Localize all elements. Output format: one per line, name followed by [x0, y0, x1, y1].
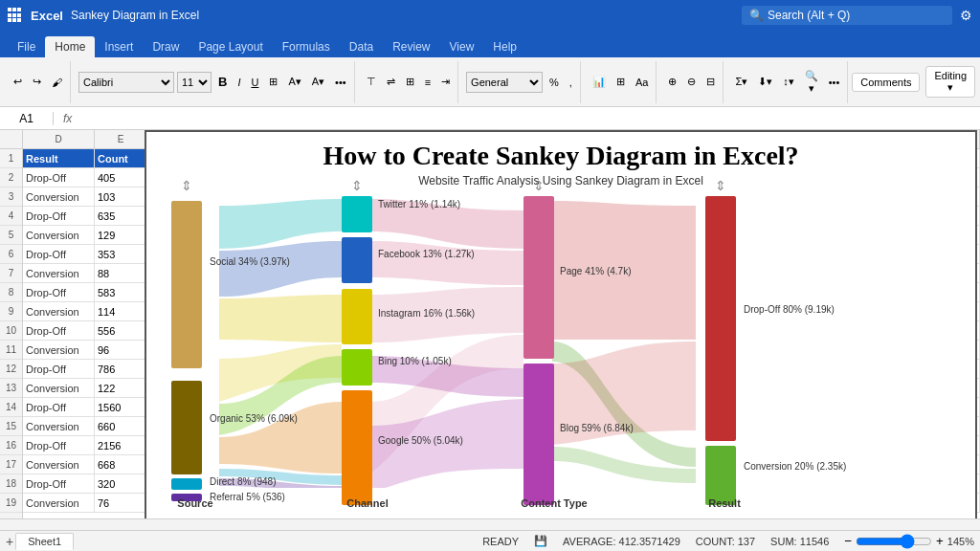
font-size-select[interactable]: 11: [177, 72, 212, 93]
indent-button[interactable]: ⇥: [437, 74, 454, 90]
cell-e10[interactable]: 556: [95, 321, 147, 341]
comments-button[interactable]: Comments: [852, 73, 920, 92]
cell-e6[interactable]: 353: [95, 245, 147, 264]
bold-button[interactable]: B: [214, 73, 231, 91]
format-painter-button[interactable]: 🖌: [48, 75, 66, 90]
cell-d19[interactable]: Conversion: [23, 494, 95, 513]
tab-formulas[interactable]: Formulas: [273, 36, 340, 57]
border-button[interactable]: ⊞: [265, 74, 281, 90]
cell-e9[interactable]: 114: [95, 302, 147, 321]
percent-button[interactable]: %: [546, 75, 563, 90]
cell-e14[interactable]: 1560: [95, 398, 147, 417]
row-num-19: 19: [0, 494, 22, 513]
cell-d14[interactable]: Drop-Off: [23, 398, 95, 417]
align-top-button[interactable]: ⊤: [363, 74, 380, 90]
italic-button[interactable]: I: [234, 75, 244, 90]
align-left-button[interactable]: ≡: [421, 75, 434, 90]
font-name-select[interactable]: Calibri: [78, 72, 174, 93]
more-button[interactable]: •••: [331, 75, 350, 90]
cell-e11[interactable]: 96: [95, 341, 147, 360]
cell-e8[interactable]: 583: [95, 283, 147, 302]
cell-e16[interactable]: 2156: [95, 436, 147, 455]
cell-e4[interactable]: 635: [95, 207, 147, 226]
insert-cells-button[interactable]: ⊕: [664, 74, 680, 90]
cell-d12[interactable]: Drop-Off: [23, 360, 95, 379]
zoom-slider[interactable]: [856, 534, 932, 549]
cell-d18[interactable]: Drop-Off: [23, 474, 95, 494]
font-color-button[interactable]: A▾: [308, 74, 328, 90]
editing-button[interactable]: Editing ▾: [925, 66, 975, 98]
sort-button[interactable]: ↕▾: [779, 74, 798, 90]
tab-help[interactable]: Help: [483, 36, 526, 57]
resize-arrow-result[interactable]: ⇕: [715, 178, 726, 193]
chart-container[interactable]: How to Create Sankey Diagram in Excel? W…: [145, 130, 977, 518]
cell-styles-button[interactable]: Aa: [632, 75, 652, 90]
cell-reference[interactable]: A1: [6, 112, 54, 125]
title-bar: Excel Sankey Diagram in Excel 🔍 Search (…: [0, 0, 980, 31]
cell-d9[interactable]: Conversion: [23, 302, 95, 321]
tab-page-layout[interactable]: Page Layout: [189, 36, 272, 57]
zoom-out-button[interactable]: −: [844, 534, 852, 548]
fill-button[interactable]: ⬇▾: [754, 74, 776, 90]
resize-arrow-channel[interactable]: ⇕: [351, 178, 363, 193]
cell-d6[interactable]: Drop-Off: [23, 245, 95, 264]
cell-e19[interactable]: 76: [95, 494, 147, 513]
cell-e3[interactable]: 103: [95, 187, 147, 207]
horizontal-scroll[interactable]: [0, 518, 980, 530]
cell-d17[interactable]: Conversion: [23, 455, 95, 474]
tab-file[interactable]: File: [8, 36, 45, 57]
merge-button[interactable]: ⊞: [402, 74, 418, 90]
more-edit-button[interactable]: •••: [825, 75, 844, 90]
cell-e7[interactable]: 88: [95, 264, 147, 283]
tab-draw[interactable]: Draw: [143, 36, 189, 57]
cell-d5[interactable]: Conversion: [23, 226, 95, 245]
cell-e13[interactable]: 122: [95, 379, 147, 398]
cell-d10[interactable]: Drop-Off: [23, 321, 95, 341]
app-grid-icon[interactable]: [8, 8, 23, 23]
gear-icon[interactable]: ⚙: [960, 8, 972, 23]
cell-d15[interactable]: Conversion: [23, 417, 95, 436]
number-format-select[interactable]: General: [466, 72, 543, 93]
add-sheet-button[interactable]: +: [6, 534, 13, 549]
cell-e2[interactable]: 405: [95, 168, 147, 187]
search-bar[interactable]: 🔍 Search (Alt + Q): [742, 6, 952, 25]
tab-review[interactable]: Review: [383, 36, 439, 57]
delete-cells-button[interactable]: ⊖: [683, 74, 700, 90]
comma-button[interactable]: ,: [566, 75, 576, 90]
tab-insert[interactable]: Insert: [95, 36, 143, 57]
node-organic: [171, 381, 202, 474]
cell-d16[interactable]: Drop-Off: [23, 436, 95, 455]
sheet-tab-sheet1[interactable]: Sheet1: [15, 533, 74, 550]
wrap-button[interactable]: ⇌: [383, 74, 399, 90]
label-direct: Direct 8% (948): [210, 476, 276, 487]
cell-d1[interactable]: Result: [23, 149, 95, 168]
cell-e5[interactable]: 129: [95, 226, 147, 245]
cell-e15[interactable]: 660: [95, 417, 147, 436]
tab-data[interactable]: Data: [340, 36, 383, 57]
tab-view[interactable]: View: [440, 36, 484, 57]
cell-d2[interactable]: Drop-Off: [23, 168, 95, 187]
cell-d13[interactable]: Conversion: [23, 379, 95, 398]
find-button[interactable]: 🔍▾: [801, 68, 822, 97]
resize-arrow-content[interactable]: ⇕: [533, 178, 545, 193]
cell-e1[interactable]: Count: [95, 149, 147, 168]
tab-home[interactable]: Home: [45, 36, 95, 57]
cell-e18[interactable]: 320: [95, 474, 147, 494]
zoom-in-button[interactable]: +: [936, 534, 944, 548]
underline-button[interactable]: U: [247, 75, 262, 90]
cell-d7[interactable]: Conversion: [23, 264, 95, 283]
sum-button[interactable]: Σ▾: [731, 74, 751, 90]
cell-d11[interactable]: Conversion: [23, 341, 95, 360]
cell-e12[interactable]: 786: [95, 360, 147, 379]
format-cells-button[interactable]: ⊟: [702, 74, 719, 90]
fill-color-button[interactable]: A▾: [284, 74, 304, 90]
format-table-button[interactable]: ⊞: [612, 74, 629, 90]
cell-d8[interactable]: Drop-Off: [23, 283, 95, 302]
cell-d3[interactable]: Conversion: [23, 187, 95, 207]
cell-d4[interactable]: Drop-Off: [23, 207, 95, 226]
redo-button[interactable]: ↪: [29, 74, 45, 90]
resize-arrow-source[interactable]: ⇕: [181, 178, 192, 193]
cell-e17[interactable]: 668: [95, 455, 147, 474]
undo-button[interactable]: ↩: [10, 74, 26, 90]
conditional-format-button[interactable]: 📊: [589, 74, 610, 90]
